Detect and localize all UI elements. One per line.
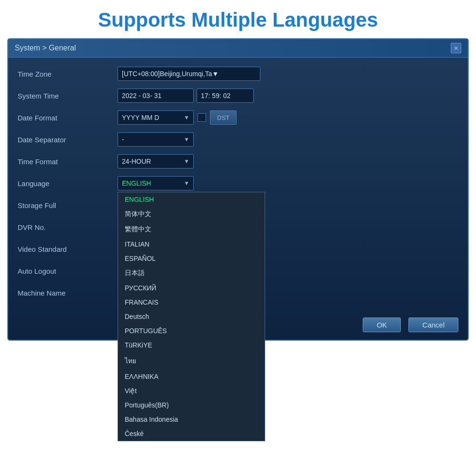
language-option-1[interactable]: 简体中文: [118, 207, 265, 222]
storage-full-label: Storage Full: [18, 201, 118, 209]
page-wrapper: Supports Multiple Languages System > Gen…: [0, 0, 476, 476]
language-option-14[interactable]: Português(BR): [118, 398, 265, 412]
time-format-label: Time Format: [18, 158, 118, 166]
page-header: Supports Multiple Languages: [0, 0, 476, 38]
system-time-label: System Time: [18, 92, 118, 100]
language-option-10[interactable]: TüRKiYE: [118, 338, 265, 352]
language-option-15[interactable]: Bahasa Indonesia: [118, 412, 265, 426]
dialog-titlebar: System > General ×: [8, 39, 468, 58]
dialog-body: Time Zone [UTC+08:00]Beijing,Urumqi,Ta▼ …: [8, 58, 468, 313]
date-format-arrow: ▼: [184, 114, 189, 121]
language-option-4[interactable]: ESPAÑOL: [118, 251, 265, 266]
language-label: Language: [18, 179, 118, 188]
timezone-select[interactable]: [UTC+08:00]Beijing,Urumqi,Ta▼: [118, 67, 260, 81]
language-option-0[interactable]: ENGLISH: [118, 192, 265, 207]
language-control: ENGLISH ▼: [118, 176, 194, 190]
date-separator-row: Date Separator - ▼: [18, 131, 458, 148]
language-option-2[interactable]: 繁體中文: [118, 222, 265, 237]
dvr-no-label: DVR No.: [18, 223, 118, 231]
date-input[interactable]: [118, 89, 194, 103]
date-format-label: Date Format: [18, 114, 118, 122]
language-dropdown: ENGLISH 简体中文 繁體中文 ITALIAN ESPAÑOL 日本語 РУ…: [118, 192, 265, 441]
date-format-select[interactable]: YYYY MM D ▼: [118, 110, 194, 125]
language-option-3[interactable]: ITALIAN: [118, 237, 265, 251]
dialog: System > General × Time Zone [UTC+08:00]…: [7, 38, 469, 341]
time-format-control: 24-HOUR ▼: [118, 154, 194, 169]
time-input[interactable]: [197, 89, 254, 103]
language-option-11[interactable]: ไทย: [118, 352, 265, 369]
language-value: ENGLISH: [122, 179, 180, 187]
language-select[interactable]: ENGLISH ▼: [118, 176, 194, 190]
date-format-value: YYYY MM D: [122, 114, 180, 121]
video-standard-label: Video Standard: [18, 245, 118, 253]
auto-logout-label: Auto Logout: [18, 267, 118, 275]
system-time-control: [118, 89, 254, 103]
dst-checkbox[interactable]: [198, 113, 206, 122]
machine-name-label: Machine Name: [18, 289, 118, 297]
language-option-8[interactable]: Deutsch: [118, 309, 265, 324]
language-option-12[interactable]: ΕΛΛΗΝΙΚΑ: [118, 369, 265, 384]
dst-button[interactable]: DST: [210, 110, 237, 125]
language-option-16[interactable]: České: [118, 426, 265, 441]
language-option-7[interactable]: FRANCAIS: [118, 295, 265, 309]
date-separator-control: - ▼: [118, 132, 194, 147]
language-option-6[interactable]: РУССКИЙ: [118, 281, 265, 295]
timeformat-arrow: ▼: [184, 158, 189, 165]
separator-arrow: ▼: [184, 136, 189, 143]
date-separator-label: Date Separator: [18, 136, 118, 144]
timezone-control: [UTC+08:00]Beijing,Urumqi,Ta▼: [118, 67, 260, 81]
timezone-row: Time Zone [UTC+08:00]Beijing,Urumqi,Ta▼: [18, 65, 458, 82]
language-option-13[interactable]: Việt: [118, 384, 265, 398]
separator-select[interactable]: - ▼: [118, 132, 194, 147]
timezone-label: Time Zone: [18, 70, 118, 78]
language-row: Language ENGLISH ▼ ENGLISH 简体中文 繁體中文 ITA…: [18, 175, 458, 192]
timeformat-value: 24-HOUR: [122, 158, 180, 165]
timeformat-select[interactable]: 24-HOUR ▼: [118, 154, 194, 169]
language-option-9[interactable]: PORTUGUÊS: [118, 324, 265, 338]
close-button[interactable]: ×: [451, 43, 461, 53]
language-option-5[interactable]: 日本語: [118, 266, 265, 281]
date-format-row: Date Format YYYY MM D ▼ DST: [18, 109, 458, 126]
separator-value: -: [122, 136, 180, 143]
dialog-title: System > General: [15, 44, 76, 52]
time-format-row: Time Format 24-HOUR ▼: [18, 153, 458, 170]
cancel-button[interactable]: Cancel: [408, 317, 458, 332]
timezone-value: [UTC+08:00]Beijing,Urumqi,Ta▼: [122, 70, 256, 78]
ok-button[interactable]: OK: [363, 317, 401, 332]
system-time-row: System Time: [18, 87, 458, 104]
language-arrow: ▼: [184, 180, 189, 187]
date-format-control: YYYY MM D ▼ DST: [118, 110, 237, 125]
